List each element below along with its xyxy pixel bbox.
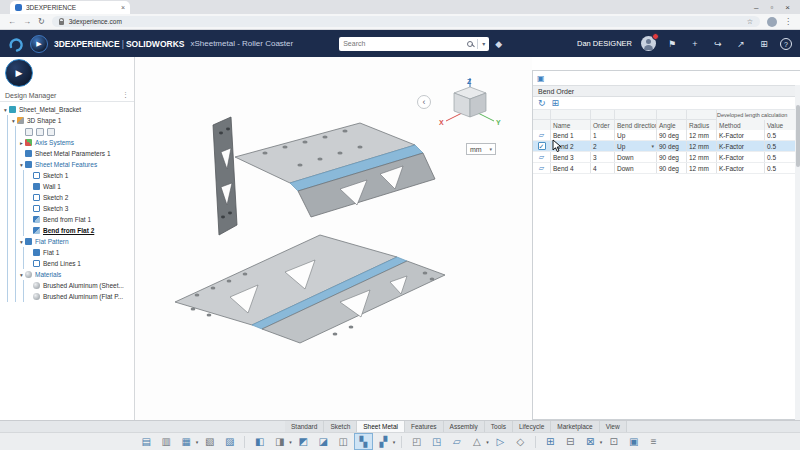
cell-order[interactable]: 2: [591, 141, 615, 151]
sm-tool-12-icon[interactable]: ▞: [375, 434, 392, 449]
chevron-down-icon[interactable]: ▾: [393, 439, 396, 445]
sm-tool-04-icon[interactable]: ▧: [201, 434, 218, 449]
redo-icon[interactable]: ↪: [711, 39, 725, 49]
tab-marketplace[interactable]: Marketplace: [551, 421, 599, 432]
cell-direction[interactable]: Up▾: [615, 141, 657, 151]
3d-viewport[interactable]: ‹ Z X Y mm ▾: [135, 57, 532, 420]
cell-radius[interactable]: 12 mm: [687, 130, 717, 140]
cell-order[interactable]: 4: [591, 163, 615, 173]
cell-angle[interactable]: 90 deg: [657, 130, 687, 140]
tree-item-sketch2[interactable]: Sketch 2: [24, 192, 134, 203]
update-icon[interactable]: ↻: [538, 98, 546, 108]
bend-order-panel-icon[interactable]: ▣: [537, 74, 545, 83]
tab-sketch[interactable]: Sketch: [324, 421, 357, 432]
cell-method[interactable]: K-Factor: [717, 130, 765, 140]
flag-icon[interactable]: ⚑: [665, 39, 679, 49]
unit-selector[interactable]: mm ▾: [466, 143, 496, 155]
grid-icon[interactable]: ⊞: [552, 98, 560, 108]
sm-tool-05-icon[interactable]: ▨: [221, 434, 238, 449]
sm-tool-02-icon[interactable]: ▥: [158, 434, 175, 449]
cell-angle[interactable]: 90 deg: [657, 163, 687, 173]
sm-tool-20-icon[interactable]: ⊟: [562, 434, 579, 449]
back-icon[interactable]: ←: [8, 17, 16, 26]
sm-tool-17-icon[interactable]: ▷: [492, 434, 509, 449]
window-close-icon[interactable]: ×: [785, 3, 790, 12]
shape-toggle-2-icon[interactable]: [36, 128, 44, 136]
col-radius[interactable]: Radius: [687, 120, 717, 130]
user-avatar[interactable]: [641, 36, 656, 51]
cell-name[interactable]: Bend 3: [551, 152, 591, 162]
bookmark-star-icon[interactable]: ☆: [747, 18, 753, 26]
cell-order[interactable]: 3: [591, 152, 615, 162]
sm-tool-03-icon[interactable]: ▦: [178, 434, 195, 449]
chevron-down-icon[interactable]: ▾: [651, 143, 654, 149]
help-icon[interactable]: ?: [780, 38, 792, 50]
cell-radius[interactable]: 12 mm: [687, 163, 717, 173]
tab-standard[interactable]: Standard: [285, 421, 324, 432]
table-row-bend-4[interactable]: ▱ Bend 4 4 Down 90 deg 12 mm K-Factor 0.…: [533, 163, 800, 174]
window-maximize-icon[interactable]: ▫: [770, 3, 773, 12]
cell-method[interactable]: K-Factor: [717, 152, 765, 162]
search-input[interactable]: [343, 40, 463, 47]
browser-menu-icon[interactable]: ⋮: [784, 17, 792, 26]
tab-view[interactable]: View: [600, 421, 627, 432]
sm-tool-14-icon[interactable]: ◳: [428, 434, 445, 449]
tree-item-material-1[interactable]: Brushed Aluminum (Sheet...: [24, 280, 134, 291]
address-bar[interactable]: 3dexperience.com ☆: [52, 16, 760, 27]
tree-item-shape[interactable]: ▾ 3D Shape 1: [8, 115, 134, 126]
table-row-bend-1[interactable]: ▱ Bend 1 1 Up 90 deg 12 mm K-Factor 0.5: [533, 130, 800, 141]
cell-direction[interactable]: Down: [615, 152, 657, 162]
sm-tool-10-icon[interactable]: ◫: [335, 434, 352, 449]
expand-open-icon[interactable]: ▾: [18, 162, 25, 168]
tab-tools[interactable]: Tools: [485, 421, 513, 432]
search-chevron-icon[interactable]: ▾: [482, 40, 485, 47]
shape-toggle-3-icon[interactable]: [47, 128, 55, 136]
tab-lifecycle[interactable]: Lifecycle: [513, 421, 551, 432]
row-checkbox-checked[interactable]: ✓: [538, 142, 546, 150]
apps-grid-icon[interactable]: ⊞: [757, 39, 771, 49]
tree-item-material-2[interactable]: Brushed Aluminum (Flat P...: [24, 291, 134, 302]
search-icon[interactable]: [467, 41, 473, 47]
sm-tool-13-icon[interactable]: ◰: [408, 434, 425, 449]
sm-tool-11-icon-active[interactable]: ▚: [355, 434, 372, 449]
cell-angle[interactable]: 90 deg: [657, 152, 687, 162]
tree-item-flat-pattern[interactable]: ▾ Flat Pattern: [16, 236, 134, 247]
compass-icon[interactable]: ▶: [30, 35, 48, 53]
window-minimize-icon[interactable]: –: [754, 3, 758, 12]
tree-item-sketch3[interactable]: Sketch 3: [24, 203, 134, 214]
cell-radius[interactable]: 12 mm: [687, 152, 717, 162]
sm-tool-19-icon[interactable]: ⊞: [542, 434, 559, 449]
shape-toggle-1-icon[interactable]: [25, 128, 33, 136]
model-left-wall[interactable]: [213, 117, 237, 235]
scrollbar-track[interactable]: [795, 85, 800, 421]
cell-name[interactable]: Bend 4: [551, 163, 591, 173]
tree-item-wall1[interactable]: Wall 1: [24, 181, 134, 192]
sm-tool-16-icon[interactable]: △: [468, 434, 485, 449]
panel-menu-icon[interactable]: ⋮: [122, 91, 129, 99]
tab-features[interactable]: Features: [405, 421, 444, 432]
sm-tool-15-icon[interactable]: ▱: [448, 434, 465, 449]
expand-closed-icon[interactable]: ▸: [18, 140, 25, 146]
tree-item-sheet-metal-features[interactable]: ▾ Sheet Metal Features: [16, 159, 134, 170]
table-row-bend-3[interactable]: ▱ Bend 3 3 Down 90 deg 12 mm K-Factor 0.…: [533, 152, 800, 163]
col-method[interactable]: Method: [717, 120, 765, 130]
table-row-bend-2-selected[interactable]: ✓ Bend 2 2 Up▾ 90 deg 12 mm K-Factor 0.5: [533, 141, 800, 152]
navigation-cube[interactable]: Z X Y: [436, 75, 504, 135]
tree-item-flat1[interactable]: Flat 1: [24, 247, 134, 258]
tree-item-bend-from-flat-1[interactable]: Bend from Flat 1: [24, 214, 134, 225]
collapse-panel-icon[interactable]: ‹: [417, 95, 431, 109]
tree-item-bend-from-flat-2[interactable]: Bend from Flat 2: [24, 225, 134, 236]
col-order[interactable]: Order: [591, 120, 615, 130]
col-name[interactable]: Name: [551, 120, 591, 130]
cell-method[interactable]: K-Factor: [717, 141, 765, 151]
sm-tool-18-icon[interactable]: ◇: [512, 434, 529, 449]
refresh-icon[interactable]: ↻: [38, 17, 45, 26]
browser-profile-avatar[interactable]: [767, 17, 777, 27]
forward-icon[interactable]: →: [23, 17, 31, 26]
sm-tool-06-icon[interactable]: ◧: [251, 434, 268, 449]
cell-order[interactable]: 1: [591, 130, 615, 140]
cell-radius[interactable]: 12 mm: [687, 141, 717, 151]
tree-item-materials[interactable]: ▾ Materials: [16, 269, 134, 280]
tab-sheet-metal[interactable]: Sheet Metal: [357, 421, 405, 432]
cell-direction[interactable]: Up: [615, 130, 657, 140]
